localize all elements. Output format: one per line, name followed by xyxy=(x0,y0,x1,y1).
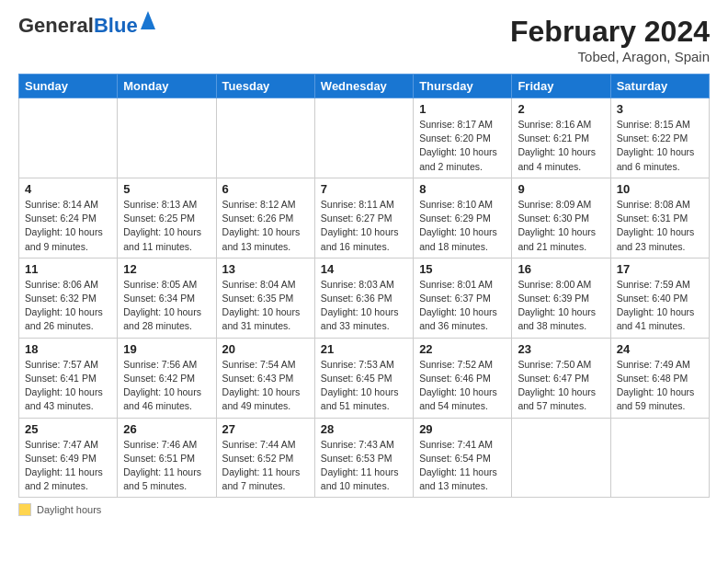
calendar-cell: 13Sunrise: 8:04 AM Sunset: 6:35 PM Dayli… xyxy=(216,258,314,338)
calendar-row-4: 25Sunrise: 7:47 AM Sunset: 6:49 PM Dayli… xyxy=(19,418,710,498)
footer-note: Daylight hours xyxy=(18,503,710,516)
day-number: 18 xyxy=(25,342,111,356)
calendar-row-3: 18Sunrise: 7:57 AM Sunset: 6:41 PM Dayli… xyxy=(19,338,710,418)
calendar-cell: 7Sunrise: 8:11 AM Sunset: 6:27 PM Daylig… xyxy=(314,178,413,258)
calendar-cell: 21Sunrise: 7:53 AM Sunset: 6:45 PM Dayli… xyxy=(314,338,413,418)
calendar-cell: 29Sunrise: 7:41 AM Sunset: 6:54 PM Dayli… xyxy=(414,418,512,498)
calendar-cell xyxy=(216,98,314,178)
day-number: 9 xyxy=(518,182,604,196)
day-info: Sunrise: 7:43 AM Sunset: 6:53 PM Dayligh… xyxy=(321,438,407,494)
day-number: 28 xyxy=(321,422,407,436)
calendar-cell xyxy=(610,418,709,498)
day-number: 27 xyxy=(222,422,309,436)
calendar-row-2: 11Sunrise: 8:06 AM Sunset: 6:32 PM Dayli… xyxy=(19,258,710,338)
day-number: 13 xyxy=(222,262,309,276)
calendar-cell: 4Sunrise: 8:14 AM Sunset: 6:24 PM Daylig… xyxy=(19,178,118,258)
day-number: 29 xyxy=(419,422,506,436)
day-number: 17 xyxy=(617,262,703,276)
calendar-cell: 25Sunrise: 7:47 AM Sunset: 6:49 PM Dayli… xyxy=(19,418,118,498)
calendar-cell: 27Sunrise: 7:44 AM Sunset: 6:52 PM Dayli… xyxy=(216,418,314,498)
logo-text: GeneralBlue xyxy=(18,15,138,37)
day-number: 21 xyxy=(321,342,407,356)
day-info: Sunrise: 7:56 AM Sunset: 6:42 PM Dayligh… xyxy=(123,358,210,414)
day-number: 26 xyxy=(123,422,210,436)
day-info: Sunrise: 7:44 AM Sunset: 6:52 PM Dayligh… xyxy=(222,438,309,494)
calendar-cell: 28Sunrise: 7:43 AM Sunset: 6:53 PM Dayli… xyxy=(314,418,413,498)
day-number: 20 xyxy=(222,342,309,356)
main-title: February 2024 xyxy=(510,15,710,49)
day-info: Sunrise: 8:06 AM Sunset: 6:32 PM Dayligh… xyxy=(25,278,111,334)
day-info: Sunrise: 7:46 AM Sunset: 6:51 PM Dayligh… xyxy=(123,438,210,494)
calendar-col-thursday: Thursday xyxy=(414,75,512,98)
day-info: Sunrise: 8:13 AM Sunset: 6:25 PM Dayligh… xyxy=(123,198,210,254)
calendar-cell: 24Sunrise: 7:49 AM Sunset: 6:48 PM Dayli… xyxy=(610,338,709,418)
calendar-col-saturday: Saturday xyxy=(610,75,709,98)
page: GeneralBlue February 2024 Tobed, Aragon,… xyxy=(0,0,728,525)
day-info: Sunrise: 8:09 AM Sunset: 6:30 PM Dayligh… xyxy=(518,198,604,254)
day-number: 23 xyxy=(518,342,604,356)
calendar-cell: 16Sunrise: 8:00 AM Sunset: 6:39 PM Dayli… xyxy=(512,258,610,338)
day-info: Sunrise: 7:59 AM Sunset: 6:40 PM Dayligh… xyxy=(617,278,703,334)
calendar-cell xyxy=(512,418,610,498)
day-number: 14 xyxy=(321,262,407,276)
day-info: Sunrise: 8:14 AM Sunset: 6:24 PM Dayligh… xyxy=(25,198,111,254)
day-info: Sunrise: 8:11 AM Sunset: 6:27 PM Dayligh… xyxy=(321,198,407,254)
day-number: 5 xyxy=(123,182,210,196)
calendar-cell: 22Sunrise: 7:52 AM Sunset: 6:46 PM Dayli… xyxy=(414,338,512,418)
day-number: 2 xyxy=(518,102,604,116)
day-number: 4 xyxy=(25,182,111,196)
calendar-header-row: SundayMondayTuesdayWednesdayThursdayFrid… xyxy=(19,75,710,98)
day-info: Sunrise: 7:47 AM Sunset: 6:49 PM Dayligh… xyxy=(25,438,111,494)
calendar-row-0: 1Sunrise: 8:17 AM Sunset: 6:20 PM Daylig… xyxy=(19,98,710,178)
day-number: 3 xyxy=(617,102,703,116)
calendar-cell: 18Sunrise: 7:57 AM Sunset: 6:41 PM Dayli… xyxy=(19,338,118,418)
day-number: 1 xyxy=(419,102,506,116)
calendar-cell: 9Sunrise: 8:09 AM Sunset: 6:30 PM Daylig… xyxy=(512,178,610,258)
day-info: Sunrise: 7:41 AM Sunset: 6:54 PM Dayligh… xyxy=(419,438,506,494)
calendar-col-sunday: Sunday xyxy=(19,75,118,98)
calendar-col-friday: Friday xyxy=(512,75,610,98)
day-number: 8 xyxy=(419,182,506,196)
day-number: 10 xyxy=(617,182,703,196)
calendar-cell: 20Sunrise: 7:54 AM Sunset: 6:43 PM Dayli… xyxy=(216,338,314,418)
day-info: Sunrise: 8:16 AM Sunset: 6:21 PM Dayligh… xyxy=(518,118,604,174)
day-number: 16 xyxy=(518,262,604,276)
subtitle: Tobed, Aragon, Spain xyxy=(510,49,710,64)
day-number: 15 xyxy=(419,262,506,276)
day-info: Sunrise: 8:08 AM Sunset: 6:31 PM Dayligh… xyxy=(617,198,703,254)
logo-blue: Blue xyxy=(94,14,138,37)
calendar-cell: 17Sunrise: 7:59 AM Sunset: 6:40 PM Dayli… xyxy=(610,258,709,338)
calendar-cell: 10Sunrise: 8:08 AM Sunset: 6:31 PM Dayli… xyxy=(610,178,709,258)
calendar-col-wednesday: Wednesday xyxy=(314,75,413,98)
calendar-cell: 26Sunrise: 7:46 AM Sunset: 6:51 PM Dayli… xyxy=(118,418,216,498)
calendar-cell: 6Sunrise: 8:12 AM Sunset: 6:26 PM Daylig… xyxy=(216,178,314,258)
calendar-cell xyxy=(19,98,118,178)
calendar-cell: 1Sunrise: 8:17 AM Sunset: 6:20 PM Daylig… xyxy=(414,98,512,178)
day-info: Sunrise: 8:05 AM Sunset: 6:34 PM Dayligh… xyxy=(123,278,210,334)
day-info: Sunrise: 8:15 AM Sunset: 6:22 PM Dayligh… xyxy=(617,118,703,174)
day-info: Sunrise: 7:52 AM Sunset: 6:46 PM Dayligh… xyxy=(419,358,506,414)
calendar-table: SundayMondayTuesdayWednesdayThursdayFrid… xyxy=(18,74,710,498)
day-info: Sunrise: 8:04 AM Sunset: 6:35 PM Dayligh… xyxy=(222,278,309,334)
day-number: 12 xyxy=(123,262,210,276)
calendar-cell xyxy=(118,98,216,178)
day-number: 25 xyxy=(25,422,111,436)
logo: GeneralBlue xyxy=(18,15,155,37)
header: GeneralBlue February 2024 Tobed, Aragon,… xyxy=(18,15,710,64)
calendar-row-1: 4Sunrise: 8:14 AM Sunset: 6:24 PM Daylig… xyxy=(19,178,710,258)
day-info: Sunrise: 8:17 AM Sunset: 6:20 PM Dayligh… xyxy=(419,118,506,174)
daylight-label: Daylight hours xyxy=(37,504,101,515)
day-number: 19 xyxy=(123,342,210,356)
logo-triangle-icon xyxy=(141,11,155,33)
day-number: 11 xyxy=(25,262,111,276)
day-number: 24 xyxy=(617,342,703,356)
calendar-cell: 5Sunrise: 8:13 AM Sunset: 6:25 PM Daylig… xyxy=(118,178,216,258)
calendar-cell: 2Sunrise: 8:16 AM Sunset: 6:21 PM Daylig… xyxy=(512,98,610,178)
calendar-cell: 12Sunrise: 8:05 AM Sunset: 6:34 PM Dayli… xyxy=(118,258,216,338)
svg-marker-0 xyxy=(141,11,155,29)
calendar-col-monday: Monday xyxy=(118,75,216,98)
day-info: Sunrise: 8:00 AM Sunset: 6:39 PM Dayligh… xyxy=(518,278,604,334)
calendar-cell xyxy=(314,98,413,178)
calendar-cell: 11Sunrise: 8:06 AM Sunset: 6:32 PM Dayli… xyxy=(19,258,118,338)
daylight-box-icon xyxy=(18,503,31,516)
